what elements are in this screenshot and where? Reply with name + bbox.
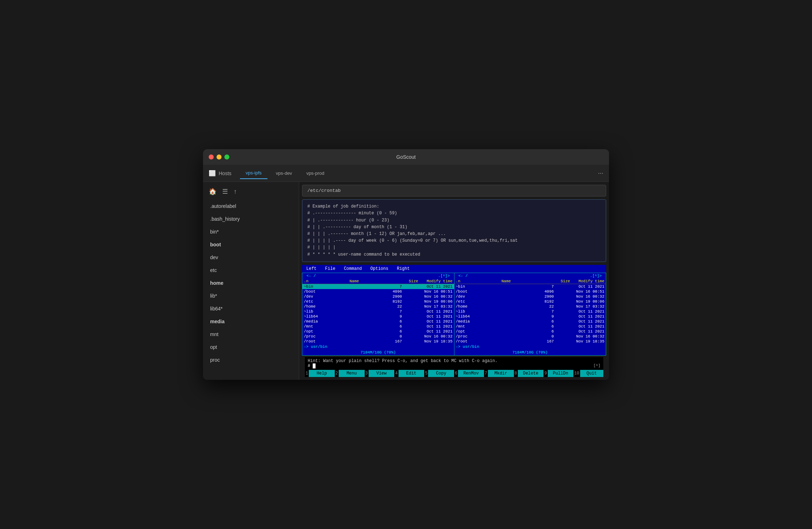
mc-right-row-media[interactable]: /media 6 Oct 11 2021 xyxy=(454,319,606,324)
mc-right-row-lib64[interactable]: ~lib64 9 Oct 11 2021 xyxy=(454,314,606,319)
preview-line-4: # | | .---------- day of month (1 - 31) xyxy=(307,224,601,231)
fkey-5[interactable]: 5 Copy xyxy=(424,370,454,377)
more-tabs-button[interactable]: ··· xyxy=(598,169,603,177)
sidebar-item-mnt[interactable]: mnt xyxy=(203,328,299,341)
fkey-7[interactable]: 7 Mkdir xyxy=(484,370,514,377)
fkey-10[interactable]: 10 Quit xyxy=(573,370,603,377)
mc-right-cols: .n Name Size Modify time xyxy=(454,279,606,284)
preview-line-1: # Example of job definition: xyxy=(307,203,601,210)
mc-rcol-date: Modify time xyxy=(570,279,604,283)
mc-left-row-opt[interactable]: /opt 6 Oct 11 2021 xyxy=(302,329,454,334)
fkey-2[interactable]: 2 Menu xyxy=(335,370,365,377)
home-icon[interactable]: 🏠 xyxy=(209,188,217,195)
fkey-6[interactable]: 6 RenMov xyxy=(454,370,484,377)
sidebar-item-boot[interactable]: boot xyxy=(203,238,299,251)
preview-line-3: # | .------------- hour (0 - 23) xyxy=(307,217,601,224)
tab-vps-ipfs[interactable]: vps-ipfs xyxy=(240,167,267,179)
mc-left-row-lib[interactable]: ~lib 7 Oct 11 2021 xyxy=(302,309,454,314)
mc-right-row-dev[interactable]: /dev 2900 Nov 16 00:32 xyxy=(454,294,606,299)
mc-col-size: Size xyxy=(395,279,418,283)
fkey-3[interactable]: 3 View xyxy=(365,370,395,377)
mc-rcol-n: .n xyxy=(456,279,501,283)
preview-line-2: # .---------------- minute (0 - 59) xyxy=(307,210,601,217)
mc-right-row-bin[interactable]: ~bin 7 Oct 11 2021 xyxy=(454,284,606,289)
mc-cursor xyxy=(313,363,315,368)
mc-right-row-mnt[interactable]: /mnt 6 Oct 11 2021 xyxy=(454,324,606,329)
app-title: GoScout xyxy=(396,154,416,160)
path-bar[interactable]: /etc/crontab xyxy=(302,185,606,197)
sidebar-item-media[interactable]: media xyxy=(203,315,299,328)
sidebar-item-etc[interactable]: etc xyxy=(203,264,299,277)
sidebar-item-bash-history[interactable]: .bash_history xyxy=(203,213,299,225)
mc-left-row-home[interactable]: /home 22 Nov 17 03:32 xyxy=(302,304,454,309)
close-button[interactable] xyxy=(209,154,214,159)
mc-right-row-lib[interactable]: ~lib 7 Oct 11 2021 xyxy=(454,309,606,314)
mc-left-header: <- / .[^]> xyxy=(302,273,454,279)
sidebar-item-lib[interactable]: lib* xyxy=(203,289,299,302)
sidebar-item-proc[interactable]: proc xyxy=(203,353,299,366)
mc-left-row-bin[interactable]: ~bin 7 Oct 11 2021 xyxy=(302,284,454,289)
mc-col-date: Modify time xyxy=(418,279,452,283)
mc-menu-command[interactable]: Command xyxy=(343,266,363,272)
mc-rcol-name: Name xyxy=(501,279,547,283)
mc-rcol-size: Size xyxy=(547,279,570,283)
app-body: 🏠 ☰ ↑ .autorelabel .bash_history bin* bo… xyxy=(203,182,609,380)
mc-right-row-root[interactable]: /root 167 Nov 19 18:35 xyxy=(454,339,606,344)
up-icon[interactable]: ↑ xyxy=(234,188,237,195)
fkey-4[interactable]: 4 Edit xyxy=(394,370,424,377)
mc-right-row-etc[interactable]: /etc 8192 Nov 19 00:06 xyxy=(454,299,606,304)
mc-right-row-home[interactable]: /home 22 Nov 17 03:32 xyxy=(454,304,606,309)
mc-left-row-mnt[interactable]: /mnt 6 Oct 11 2021 xyxy=(302,324,454,329)
mc-prompt[interactable]: # xyxy=(308,363,316,368)
hosts-section: ⬜ Hosts xyxy=(209,170,231,177)
tab-vps-dev[interactable]: vps-dev xyxy=(270,168,298,179)
mc-right-pane: <- / .[^]> .n Name Size Modify time xyxy=(454,273,606,355)
mc-left-row-dev[interactable]: /dev 2900 Nov 16 00:32 xyxy=(302,294,454,299)
mc-right-row-proc[interactable]: /proc 0 Nov 16 00:32 xyxy=(454,334,606,339)
preview-line-6: # | | | | .---- day of week (0 - 6) (Sun… xyxy=(307,237,601,244)
list-icon[interactable]: ☰ xyxy=(222,188,228,195)
mc-bottombar: 1 Help 2 Menu 3 View 4 Edit xyxy=(305,370,603,377)
sidebar-item-lib64[interactable]: lib64* xyxy=(203,302,299,315)
mc-right-row-boot[interactable]: /boot 4096 Nov 16 00:51 xyxy=(454,289,606,294)
maximize-button[interactable] xyxy=(224,154,229,159)
mc-col-n: .n xyxy=(304,279,349,283)
sidebar-item-home[interactable]: home xyxy=(203,277,299,289)
sidebar-item-autorelabel[interactable]: .autorelabel xyxy=(203,200,299,213)
file-preview: # Example of job definition: # .--------… xyxy=(302,199,606,262)
fkey-1[interactable]: 1 Help xyxy=(305,370,335,377)
sidebar-item-dev[interactable]: dev xyxy=(203,251,299,264)
mc-menubar: Left File Command Options Right xyxy=(302,265,606,273)
sidebar-item-opt[interactable]: opt xyxy=(203,341,299,353)
mc-left-row-lib64[interactable]: ~lib64 9 Oct 11 2021 xyxy=(302,314,454,319)
mc-menu-right[interactable]: Right xyxy=(395,266,411,272)
traffic-lights xyxy=(209,154,229,159)
mc-menu-file[interactable]: File xyxy=(324,266,337,272)
mc-menu-left[interactable]: Left xyxy=(305,266,318,272)
tab-vps-prod[interactable]: vps-prod xyxy=(301,168,330,179)
tab-bar: ⬜ Hosts vps-ipfs vps-dev vps-prod ··· xyxy=(203,165,609,182)
mc-left-pane: <- / .[^]> .n Name Size Modify time xyxy=(302,273,454,355)
titlebar: GoScout xyxy=(203,149,609,165)
fkey-8[interactable]: 8 Delete xyxy=(514,370,544,377)
mc-menu-options[interactable]: Options xyxy=(369,266,390,272)
fkey-9[interactable]: 9 PullDn xyxy=(543,370,573,377)
mc-left-row-proc[interactable]: /proc 0 Nov 16 00:32 xyxy=(302,334,454,339)
mc-left-row-media[interactable]: /media 6 Oct 11 2021 xyxy=(302,319,454,324)
mc-right-symlink: -> usr/bin xyxy=(454,344,606,350)
monitor-icon: ⬜ xyxy=(209,170,216,177)
mc-left-row-boot[interactable]: /boot 4096 Nov 16 00:51 xyxy=(302,289,454,294)
content-area: /etc/crontab # Example of job definition… xyxy=(299,182,609,380)
preview-line-7: # | | | | | xyxy=(307,244,601,251)
app-window: GoScout ⬜ Hosts vps-ipfs vps-dev vps-pro… xyxy=(203,149,609,380)
minimize-button[interactable] xyxy=(217,154,222,159)
mc-panel: Left File Command Options Right <- / xyxy=(302,265,606,380)
mc-right-row-opt[interactable]: /opt 6 Oct 11 2021 xyxy=(454,329,606,334)
mc-command-line: Hint: Want your plain shell? Press C-o, … xyxy=(305,357,603,370)
sidebar-item-bin[interactable]: bin* xyxy=(203,225,299,238)
mc-panels: <- / .[^]> .n Name Size Modify time xyxy=(302,273,606,356)
sidebar: 🏠 ☰ ↑ .autorelabel .bash_history bin* bo… xyxy=(203,182,299,380)
mc-caret-indicator: [^] xyxy=(593,363,600,368)
mc-left-row-root[interactable]: /root 167 Nov 19 18:35 xyxy=(302,339,454,344)
mc-left-row-etc[interactable]: /etc 8192 Nov 19 00:06 xyxy=(302,299,454,304)
